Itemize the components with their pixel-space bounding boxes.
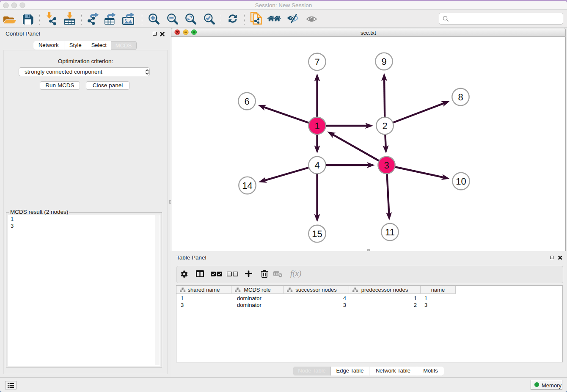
svg-text:9: 9 [381, 56, 386, 67]
svg-text:15: 15 [312, 229, 322, 239]
svg-text:2: 2 [382, 121, 387, 131]
svg-text:10: 10 [456, 176, 466, 187]
svg-text:8: 8 [458, 92, 463, 102]
svg-text:3: 3 [384, 160, 389, 171]
svg-text:1: 1 [314, 121, 319, 131]
svg-text:7: 7 [314, 57, 319, 67]
svg-text:4: 4 [314, 160, 319, 171]
svg-text:6: 6 [244, 96, 249, 107]
svg-text:11: 11 [385, 227, 395, 237]
svg-text:14: 14 [242, 180, 252, 191]
